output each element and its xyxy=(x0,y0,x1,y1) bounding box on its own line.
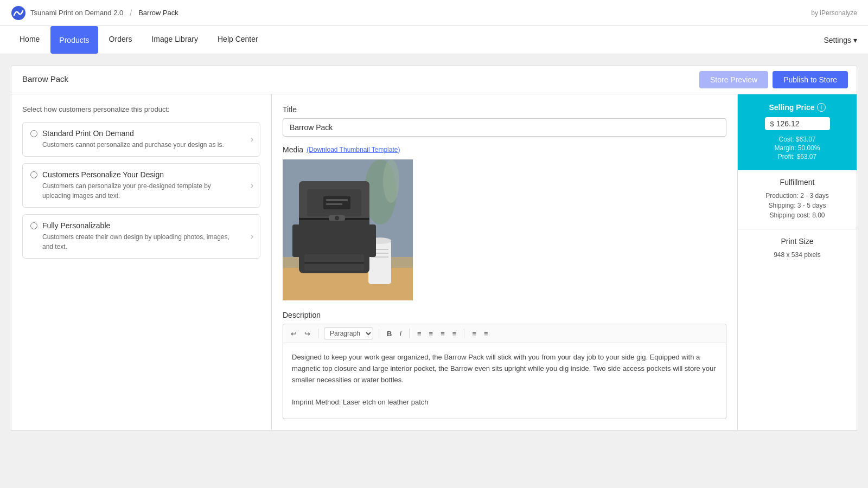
option-standard-desc: Customers cannot personalize and purchas… xyxy=(31,140,238,150)
svg-rect-21 xyxy=(365,224,376,257)
profit-detail: Profit: $63.07 xyxy=(746,153,848,160)
store-preview-button[interactable]: Store Preview xyxy=(699,71,768,88)
navbar: Home Products Orders Image Library Help … xyxy=(0,26,868,54)
option-fully-title: Fully Personalizable xyxy=(31,221,238,230)
nav-link-products[interactable]: Products xyxy=(50,26,98,54)
radio-fully-wrap[interactable] xyxy=(30,222,37,231)
print-size-dimensions: 948 x 534 pixels xyxy=(746,251,848,259)
settings-menu[interactable]: Settings ▾ xyxy=(824,36,857,44)
option-fully-personalizable[interactable]: Fully Personalizable Customers create th… xyxy=(22,214,260,259)
nav-links: Home Products Orders Image Library Help … xyxy=(11,26,267,54)
redo-button[interactable]: ↪ xyxy=(302,329,312,339)
side-panel: Selling Price i $ Cost: $63.07 Margin: 5… xyxy=(737,94,857,430)
title-input[interactable] xyxy=(283,118,726,137)
option-customers-personalize[interactable]: Customers Personalize Your Design Custom… xyxy=(22,163,260,208)
option-fully-arrow-icon: › xyxy=(251,232,253,241)
print-size-title: Print Size xyxy=(746,237,848,246)
align-right-button[interactable]: ≡ xyxy=(438,329,447,339)
description-editor[interactable]: Designed to keep your work gear organize… xyxy=(283,343,726,419)
product-image-container xyxy=(283,159,726,302)
radio-customers[interactable] xyxy=(30,171,37,178)
settings-label: Settings xyxy=(824,36,851,44)
publish-to-store-button[interactable]: Publish to Store xyxy=(773,71,848,88)
personalization-heading: Select how customers personalize this pr… xyxy=(22,105,260,113)
toolbar-sep-3 xyxy=(409,329,410,338)
svg-rect-15 xyxy=(323,196,350,209)
paragraph-select[interactable]: Paragraph xyxy=(324,328,373,339)
option-standard-arrow-icon: › xyxy=(251,134,253,144)
main-content: Barrow Pack Store Preview Publish to Sto… xyxy=(0,54,868,441)
margin-detail: Margin: 50.00% xyxy=(746,144,848,152)
option-standard[interactable]: Standard Print On Demand Customers canno… xyxy=(22,122,260,157)
ordered-list-button[interactable]: ≡ xyxy=(482,329,490,339)
topbar-left: Tsunami Print on Demand 2.0 / Barrow Pac… xyxy=(11,5,178,21)
toolbar-sep-4 xyxy=(464,329,464,338)
fulfillment-title: Fulfillment xyxy=(746,178,848,187)
shipping-cost-detail: Shipping cost: 8.00 xyxy=(746,211,848,219)
option-customers-arrow-icon: › xyxy=(251,181,253,190)
settings-chevron-icon: ▾ xyxy=(853,36,857,44)
price-input[interactable] xyxy=(776,119,814,128)
left-panel: Select how customers personalize this pr… xyxy=(11,94,272,430)
svg-rect-19 xyxy=(304,262,364,264)
description-text: Designed to keep your work gear organize… xyxy=(292,352,717,386)
svg-rect-16 xyxy=(326,199,348,201)
toolbar-sep-1 xyxy=(318,329,318,338)
svg-point-3 xyxy=(383,159,399,203)
page-header: Barrow Pack Store Preview Publish to Sto… xyxy=(11,65,857,94)
cost-detail: Cost: $63.07 xyxy=(746,136,848,143)
breadcrumb-current: Barrow Pack xyxy=(138,9,178,17)
description-text2: Imprint Method: Laser etch on leather pa… xyxy=(292,397,717,408)
radio-fully[interactable] xyxy=(30,222,37,229)
price-input-wrap: $ xyxy=(765,117,830,130)
italic-button[interactable]: I xyxy=(397,329,404,339)
align-left-button[interactable]: ≡ xyxy=(415,329,424,339)
app-credit: by iPersonalyze xyxy=(811,9,857,17)
media-label-row: Media (Download Thumbnail Template) xyxy=(283,145,726,154)
fulfillment-box: Fulfillment Production: 2 - 3 days Shipp… xyxy=(738,170,857,229)
bold-button[interactable]: B xyxy=(385,329,394,339)
radio-standard[interactable] xyxy=(30,130,37,137)
nav-link-image-library[interactable]: Image Library xyxy=(143,26,207,54)
content-area: Select how customers personalize this pr… xyxy=(11,94,857,431)
radio-customers-wrap[interactable] xyxy=(30,171,37,180)
toolbar-sep-2 xyxy=(379,329,379,338)
svg-rect-17 xyxy=(326,203,342,205)
topbar: Tsunami Print on Demand 2.0 / Barrow Pac… xyxy=(0,0,868,26)
description-label: Description xyxy=(283,311,726,319)
align-center-button[interactable]: ≡ xyxy=(427,329,436,339)
print-size-box: Print Size 948 x 534 pixels xyxy=(738,229,857,266)
selling-price-label: Selling Price xyxy=(769,103,814,112)
selling-price-box: Selling Price i $ Cost: $63.07 Margin: 5… xyxy=(738,94,857,170)
editor-toolbar: ↩ ↪ Paragraph B I ≡ ≡ ≡ ≡ ≡ ≡ xyxy=(283,324,726,343)
svg-point-23 xyxy=(335,216,339,220)
nav-link-orders[interactable]: Orders xyxy=(100,26,141,54)
currency-symbol: $ xyxy=(770,120,774,128)
list-button[interactable]: ≡ xyxy=(470,329,478,339)
breadcrumb-separator: / xyxy=(130,9,132,17)
title-label: Title xyxy=(283,105,726,114)
product-image xyxy=(283,159,413,300)
option-customers-title: Customers Personalize Your Design xyxy=(31,170,238,179)
download-thumbnail-link[interactable]: (Download Thumbnail Template) xyxy=(307,146,400,153)
page-title: Barrow Pack xyxy=(11,68,79,92)
option-fully-desc: Customers create their own design by upl… xyxy=(31,232,238,252)
production-detail: Production: 2 - 3 days xyxy=(746,192,848,200)
option-standard-title: Standard Print On Demand xyxy=(31,129,238,138)
app-name: Tsunami Print on Demand 2.0 xyxy=(30,9,123,17)
app-logo xyxy=(11,5,26,21)
nav-link-help-center[interactable]: Help Center xyxy=(209,26,267,54)
product-edit-panel: Title Media (Download Thumbnail Template… xyxy=(272,94,737,430)
selling-price-title-row: Selling Price i xyxy=(746,103,848,112)
media-label-text: Media xyxy=(283,145,303,154)
radio-standard-wrap[interactable] xyxy=(30,130,37,139)
shipping-detail: Shipping: 3 - 5 days xyxy=(746,202,848,209)
selling-price-info-icon[interactable]: i xyxy=(817,103,826,112)
svg-rect-20 xyxy=(292,224,303,257)
nav-link-home[interactable]: Home xyxy=(11,26,48,54)
align-justify-button[interactable]: ≡ xyxy=(450,329,459,339)
undo-button[interactable]: ↩ xyxy=(289,329,299,339)
page-actions: Store Preview Publish to Store xyxy=(691,66,857,94)
option-customers-desc: Customers can personalize your pre-desig… xyxy=(31,181,238,201)
